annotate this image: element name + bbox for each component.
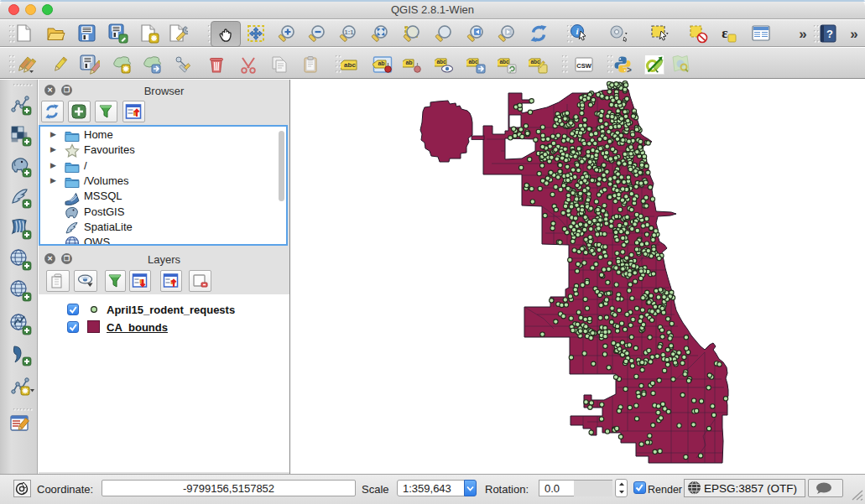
svg-text:abc: abc: [344, 61, 356, 69]
svg-text:1:1: 1:1: [345, 29, 354, 36]
svg-text:abc: abc: [499, 59, 509, 65]
svg-text:»: »: [850, 26, 857, 42]
svg-text:abc: abc: [530, 59, 540, 65]
svg-text:»: »: [799, 26, 806, 42]
svg-text:abc: abc: [436, 59, 446, 65]
svg-text:ab: ab: [405, 60, 412, 65]
svg-text:ab: ab: [378, 60, 384, 66]
svg-text:?: ?: [826, 28, 833, 40]
svg-text:abc: abc: [468, 59, 478, 65]
svg-text:>: >: [627, 65, 632, 75]
svg-text:CSW: CSW: [576, 62, 591, 70]
svg-text:ε: ε: [722, 25, 727, 41]
